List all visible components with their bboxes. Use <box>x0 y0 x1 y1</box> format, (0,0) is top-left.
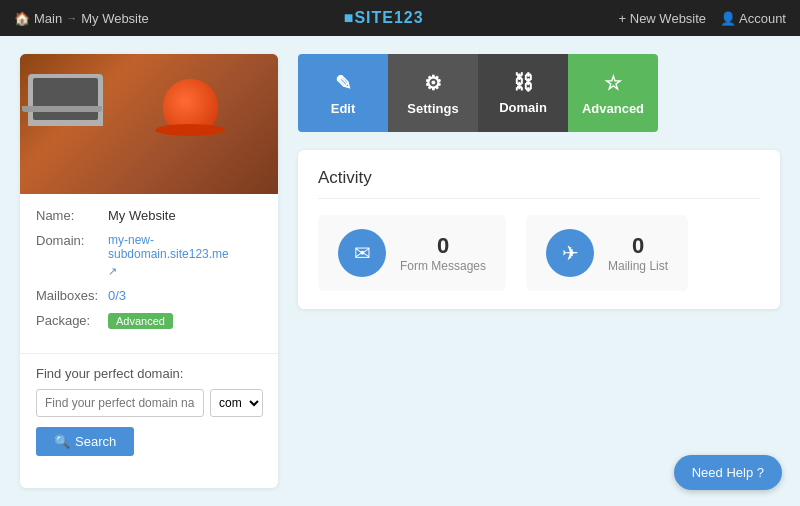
form-messages-card: ✉ 0 Form Messages <box>318 215 506 291</box>
coffee-saucer <box>155 124 225 136</box>
nav-right: + New Website 👤 Account <box>619 11 786 26</box>
laptop-base <box>22 106 102 112</box>
edit-button[interactable]: ✎ Edit <box>298 54 388 132</box>
domain-search-section: Find your perfect domain: com net org 🔍 … <box>20 353 278 468</box>
mailing-list-count: 0 <box>632 233 644 259</box>
form-messages-label: Form Messages <box>400 259 486 273</box>
left-panel: Name: My Website Domain: my-new-subdomai… <box>20 54 278 488</box>
edit-icon: ✎ <box>335 71 352 95</box>
thumbnail-bg <box>20 54 278 194</box>
new-website-link[interactable]: + New Website <box>619 11 707 26</box>
laptop-shape <box>28 74 103 126</box>
mailing-list-label: Mailing List <box>608 259 668 273</box>
advanced-button[interactable]: ☆ Advanced <box>568 54 658 132</box>
logo-text: SITE123 <box>354 9 423 26</box>
nav-left: 🏠 Main → My Website <box>14 11 149 26</box>
mailing-list-card: ✈ 0 Mailing List <box>526 215 688 291</box>
domain-search-button[interactable]: 🔍 Search <box>36 427 134 456</box>
mailboxes-label: Mailboxes: <box>36 288 108 303</box>
domain-label: Domain <box>499 100 547 115</box>
package-badge: Advanced <box>108 313 173 329</box>
nav-main-link[interactable]: Main <box>34 11 62 26</box>
mailing-list-info: 0 Mailing List <box>608 233 668 273</box>
settings-icon: ⚙ <box>424 71 442 95</box>
home-icon: 🏠 <box>14 11 30 26</box>
help-button[interactable]: Need Help ? <box>674 455 782 490</box>
account-icon: 👤 <box>720 11 736 26</box>
name-value: My Website <box>108 208 176 223</box>
settings-label: Settings <box>407 101 458 116</box>
right-panel: ✎ Edit ⚙ Settings ⛓ Domain ☆ Advanced Ac… <box>298 54 780 488</box>
site-thumbnail <box>20 54 278 194</box>
domain-link[interactable]: my-new-subdomain.site123.me ↗ <box>108 233 262 278</box>
laptop-screen <box>33 78 98 120</box>
domain-icon: ⛓ <box>513 71 533 94</box>
mailing-list-icon: ✈ <box>546 229 594 277</box>
activity-title: Activity <box>318 168 760 199</box>
search-icon: 🔍 <box>54 434 70 449</box>
form-messages-count: 0 <box>437 233 449 259</box>
domain-search-label: Find your perfect domain: <box>36 366 262 381</box>
package-row: Package: Advanced <box>36 313 262 329</box>
edit-label: Edit <box>331 101 356 116</box>
domain-row: Domain: my-new-subdomain.site123.me ↗ <box>36 233 262 278</box>
form-messages-info: 0 Form Messages <box>400 233 486 273</box>
nav-mywebsite-link[interactable]: My Website <box>81 11 149 26</box>
mailboxes-value[interactable]: 0/3 <box>108 288 126 303</box>
logo-icon: ■ <box>344 9 355 26</box>
account-link[interactable]: 👤 Account <box>720 11 786 26</box>
form-messages-icon: ✉ <box>338 229 386 277</box>
nav-arrow-1: → <box>66 12 77 24</box>
site-info: Name: My Website Domain: my-new-subdomai… <box>20 194 278 353</box>
settings-button[interactable]: ⚙ Settings <box>388 54 478 132</box>
package-label: Package: <box>36 313 108 328</box>
site-logo: ■SITE123 <box>344 9 424 27</box>
domain-value: my-new-subdomain.site123.me <box>108 233 262 261</box>
name-label: Name: <box>36 208 108 223</box>
domain-search-input[interactable] <box>36 389 204 417</box>
search-button-label: Search <box>75 434 116 449</box>
action-buttons: ✎ Edit ⚙ Settings ⛓ Domain ☆ Advanced <box>298 54 780 132</box>
mailboxes-row: Mailboxes: 0/3 <box>36 288 262 303</box>
account-label: Account <box>739 11 786 26</box>
name-row: Name: My Website <box>36 208 262 223</box>
domain-label: Domain: <box>36 233 108 248</box>
advanced-icon: ☆ <box>604 71 622 95</box>
activity-cards: ✉ 0 Form Messages ✈ 0 Mailing List <box>318 215 760 291</box>
domain-search-row: com net org <box>36 389 262 417</box>
top-nav: 🏠 Main → My Website ■SITE123 + New Websi… <box>0 0 800 36</box>
main-content: Name: My Website Domain: my-new-subdomai… <box>0 36 800 506</box>
domain-tld-select[interactable]: com net org <box>210 389 263 417</box>
advanced-label: Advanced <box>582 101 644 116</box>
domain-button[interactable]: ⛓ Domain <box>478 54 568 132</box>
external-link-icon: ↗ <box>108 265 117 278</box>
activity-section: Activity ✉ 0 Form Messages ✈ 0 Mailing L… <box>298 150 780 309</box>
